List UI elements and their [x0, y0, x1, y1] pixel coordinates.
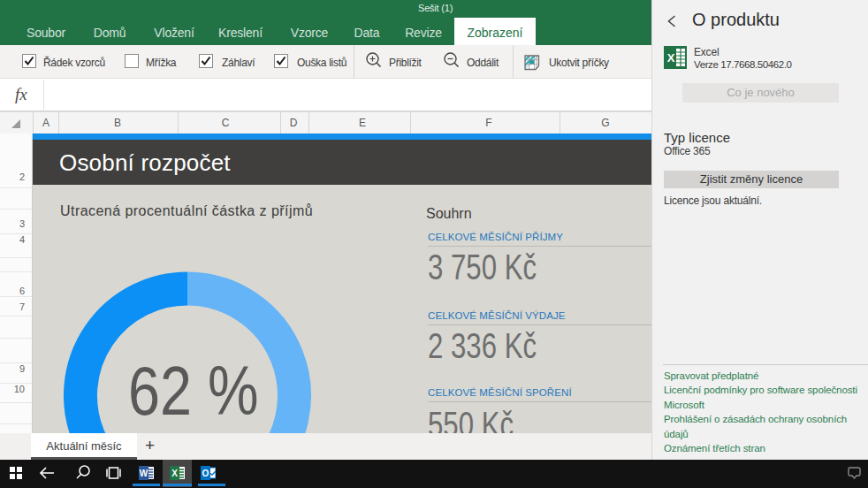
svg-text:O: O — [202, 469, 209, 478]
svg-text:W: W — [140, 469, 148, 478]
svg-text:X: X — [171, 469, 178, 478]
svg-text:X: X — [667, 51, 675, 65]
